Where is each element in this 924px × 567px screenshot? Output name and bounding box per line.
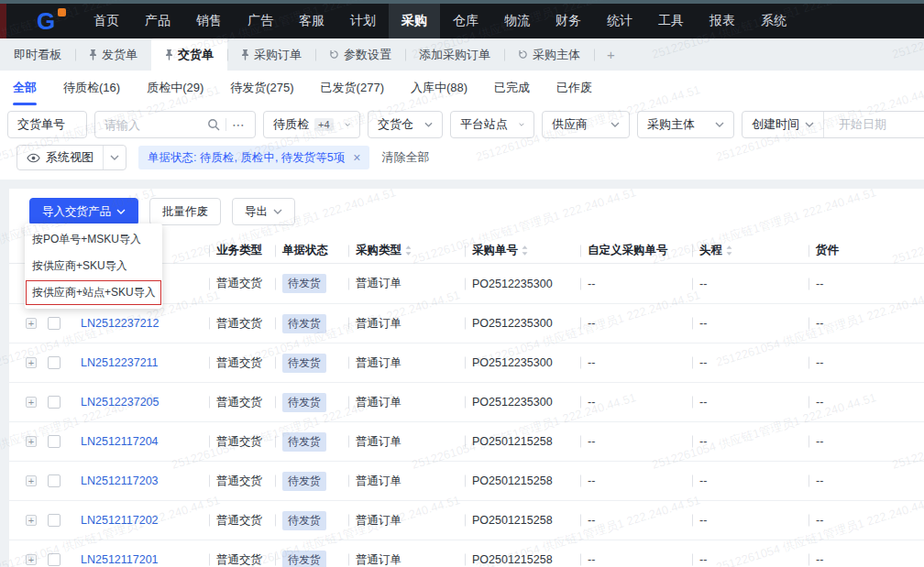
main-nav-item[interactable]: 工具 [645,4,697,38]
delivery-order-link[interactable]: LN2512117203 [81,474,159,487]
more-search-options-button[interactable]: ⋯ [232,117,246,132]
first-leg-cell: -- [692,356,808,369]
main-nav-item[interactable]: 仓库 [440,4,491,38]
shipment-cell: -- [808,514,924,527]
import-menu-item[interactable]: 按供应商+站点+SKU导入 [25,279,162,306]
main-nav-item[interactable]: 广告 [235,4,286,38]
main-nav-item[interactable]: 首页 [81,4,132,38]
expand-row-button[interactable]: + [26,475,37,486]
column-header-business-type[interactable]: 业务类型 [209,243,275,258]
add-tab-button[interactable]: + [594,38,628,71]
main-nav-item[interactable]: 产品 [132,4,183,38]
status-filter-tab[interactable]: 入库中(88) [411,71,468,105]
workspace-tab[interactable]: 发货单 [75,38,151,71]
business-type-cell: 普通交货 [209,434,275,450]
main-nav-item[interactable]: 销售 [183,4,235,38]
time-type-select[interactable]: 创建时间 [742,112,824,137]
main-nav-item[interactable]: 采购 [389,4,440,38]
column-header-doc-status[interactable]: 单据状态 [275,243,348,258]
sort-icon[interactable] [405,245,412,256]
delivery-order-link[interactable]: LN2512117202 [81,514,159,527]
status-filter-tab[interactable]: 已作废 [556,71,592,105]
expand-row-button[interactable]: + [26,357,37,368]
row-id-cell: + LN2512117203 [9,474,209,487]
delivery-order-link[interactable]: LN2512117201 [81,553,159,566]
sort-icon[interactable] [522,245,528,256]
row-checkbox[interactable] [48,396,60,409]
delivery-order-link[interactable]: LN2512237205 [81,396,160,409]
row-checkbox[interactable] [48,514,60,527]
workspace-tab[interactable]: 参数设置 [315,38,405,71]
row-checkbox[interactable] [48,317,60,330]
column-header-purchase-type[interactable]: 采购类型 [348,243,465,258]
status-filter-tab[interactable]: 待发货(275) [230,71,293,105]
main-nav-item[interactable]: 客服 [286,4,337,38]
status-filter-tab[interactable]: 已完成 [494,71,530,105]
import-delivery-products-button[interactable]: 导入交货产品 [29,198,138,225]
column-header-custom-po[interactable]: 自定义采购单号 [580,243,692,258]
main-nav-item-label: 物流 [504,13,530,29]
custom-po-cell: -- [580,396,692,409]
main-nav-item[interactable]: 统计 [594,4,645,38]
main-nav-item[interactable]: 计划 [337,4,389,38]
date-range-input[interactable]: 开始日期 - [830,116,924,133]
po-number-cell: PO2512235300 [465,356,580,369]
warehouse-select[interactable]: 交货仓 [368,111,443,138]
row-checkbox[interactable] [48,435,60,448]
purchase-entity-select-value: 采购主体 [647,116,695,133]
row-checkbox[interactable] [48,553,60,566]
search-icon[interactable] [207,118,220,131]
clear-all-filters-link[interactable]: 清除全部 [381,149,429,166]
workspace-tab[interactable]: 添加采购订单 [405,38,504,71]
expand-row-button[interactable]: + [26,436,37,447]
purchase-entity-select[interactable]: 采购主体 [637,111,734,138]
export-button[interactable]: 导出 [232,198,295,225]
workspace-tab[interactable]: 即时看板 [0,38,75,71]
import-menu-item[interactable]: 按供应商+SKU导入 [25,253,162,279]
business-type-cell: 普通交货 [209,552,275,567]
po-number-cell: PO2501215258 [465,514,580,527]
expand-row-button[interactable]: + [26,397,37,408]
import-menu-item[interactable]: 按PO单号+MSKU导入 [25,226,162,253]
status-badge: 待发货 [282,511,326,530]
workspace-tab[interactable]: 采购主体 [504,38,594,71]
delivery-order-link[interactable]: LN2512117204 [81,435,159,448]
row-checkbox[interactable] [48,474,60,487]
po-number-cell: PO2512235300 [465,396,580,409]
main-nav: 首页 产品 销售 广告 客服 计划 采购 仓库 物流 财务 统计 工具 报表 系… [81,4,799,38]
row-checkbox[interactable] [48,356,60,369]
workspace-tab[interactable]: 交货单 [151,38,227,71]
status-filter-tab[interactable]: 已发货(277) [321,71,384,105]
search-field-select-value: 交货单号 [17,116,65,133]
view-switch-caret[interactable] [103,146,126,169]
status-filter-tab[interactable]: 待质检(16) [63,71,120,105]
expand-row-button[interactable]: + [26,515,37,526]
status-filter-tab[interactable]: 全部 [13,71,37,105]
column-header-po-number[interactable]: 采购单号 [465,243,580,258]
app-logo[interactable]: G [37,7,70,38]
main-nav-item[interactable]: 财务 [543,4,594,38]
batch-void-button[interactable]: 批量作废 [149,198,221,225]
main-nav-item[interactable]: 系统 [748,4,799,38]
delivery-order-link[interactable]: LN2512237211 [81,356,159,369]
sort-icon[interactable] [726,245,732,256]
supplier-select[interactable]: 供应商 [542,111,630,138]
column-header-first-leg[interactable]: 头程 [692,243,808,258]
purchase-type-cell: 普通订单 [348,316,465,332]
main-nav-item[interactable]: 物流 [491,4,543,38]
system-view-button[interactable]: 系统视图 [17,146,103,169]
delivery-order-link[interactable]: LN2512237212 [81,317,160,330]
search-field-select[interactable]: 交货单号 [7,111,87,138]
search-input[interactable] [104,118,202,132]
workspace-tab-label: 参数设置 [344,47,391,63]
expand-row-button[interactable]: + [26,554,37,565]
main-nav-item[interactable]: 报表 [697,4,748,38]
business-type-cell: 普通交货 [209,395,275,410]
site-select[interactable]: 平台站点 [450,111,534,138]
workspace-tab[interactable]: 采购订单 [227,38,315,71]
column-header-shipment[interactable]: 货件 [808,243,924,258]
doc-status-select[interactable]: 待质检 +4 [263,111,360,138]
expand-row-button[interactable]: + [26,318,37,329]
status-filter-tab[interactable]: 质检中(29) [147,71,204,105]
remove-filter-icon[interactable]: × [353,151,360,164]
